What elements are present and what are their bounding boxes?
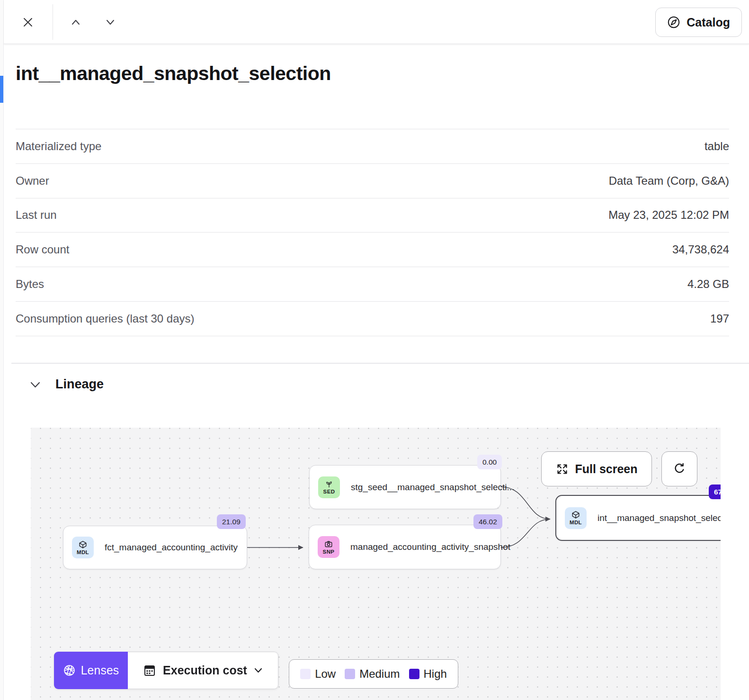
legend-swatch-low [300, 669, 311, 679]
cube-icon [571, 511, 580, 519]
nav-previous-button[interactable] [65, 12, 86, 33]
fullscreen-button-label: Full screen [575, 462, 638, 476]
node-label: stg_seed__managed_snapshot_selecti... [351, 482, 514, 493]
chevron-down-icon [254, 668, 262, 673]
fullscreen-button[interactable]: Full screen [541, 451, 652, 486]
metadata-row: Bytes 4.28 GB [16, 267, 729, 302]
metadata-row: Materialized type table [16, 129, 729, 164]
metadata-value: 197 [710, 312, 729, 325]
metadata-row: Owner Data Team (Corp, G&A) [16, 164, 729, 198]
compass-icon [667, 16, 680, 29]
cost-badge: 21.09 [217, 514, 246, 529]
cost-badge: 46.02 [473, 514, 502, 529]
cube-icon [79, 540, 87, 549]
metadata-row: Last run May 23, 2025 12:02 PM [16, 198, 729, 233]
metadata-value: table [704, 140, 729, 153]
cost-badge: 0.00 [477, 455, 502, 469]
node-label: int__managed_snapshot_selection [597, 513, 721, 523]
topbar: Catalog [4, 0, 749, 44]
node-type-badge: SNP [318, 536, 339, 558]
node-type-badge: MDL [72, 537, 94, 558]
legend-label: Medium [359, 667, 400, 681]
topbar-divider [53, 4, 53, 40]
metadata-label: Last run [16, 208, 57, 222]
metadata-value: May 23, 2025 12:02 PM [608, 208, 729, 222]
legend-item: High [409, 667, 447, 681]
metadata-label: Materialized type [16, 140, 101, 153]
metadata-row: Consumption queries (last 30 days) 197 [16, 302, 729, 336]
lens-selector-label: Execution cost [163, 664, 247, 677]
camera-icon [324, 540, 333, 548]
lineage-node-managed-accounting-activity-snapshot[interactable]: SNP managed_accounting_activity_snapshot [309, 525, 501, 569]
legend-item: Medium [345, 667, 400, 681]
cost-legend: Low Medium High [289, 659, 458, 689]
legend-swatch-medium [345, 669, 355, 679]
lineage-node-fct-managed-accounting-activity[interactable]: MDL fct_managed_accounting_activity [63, 526, 247, 569]
legend-label: High [424, 667, 447, 681]
metadata-label: Owner [16, 174, 49, 188]
refresh-icon [673, 462, 686, 476]
lenses-button[interactable]: Lenses [54, 652, 128, 689]
legend-label: Low [315, 667, 336, 681]
lineage-title: Lineage [55, 377, 104, 392]
node-type-badge: MDL [565, 507, 587, 529]
nav-next-button[interactable] [100, 12, 121, 33]
page-title: int__managed_snapshot_selection [16, 63, 331, 85]
selected-item-indicator [0, 76, 3, 103]
lenses-button-label: Lenses [81, 664, 119, 677]
node-type-label: SNP [323, 549, 335, 555]
lenses-control: Lenses Execution cost [54, 652, 278, 689]
lineage-section-toggle[interactable]: Lineage [30, 377, 104, 392]
legend-item: Low [300, 667, 336, 681]
background-gutter [0, 0, 4, 700]
node-label: managed_accounting_activity_snapshot [350, 542, 510, 552]
metadata-row: Row count 34,738,624 [16, 233, 729, 267]
close-button[interactable] [18, 12, 38, 33]
chevron-down-icon [106, 19, 115, 26]
node-type-badge: SED [318, 476, 340, 498]
lineage-canvas[interactable]: MDL fct_managed_accounting_activity 21.0… [31, 428, 721, 700]
catalog-button-label: Catalog [687, 16, 730, 29]
section-divider [11, 363, 749, 364]
sprout-icon [325, 480, 333, 488]
metadata-table: Materialized type table Owner Data Team … [16, 129, 729, 336]
aperture-icon [63, 664, 76, 677]
catalog-button[interactable]: Catalog [655, 8, 742, 37]
lens-selector[interactable]: Execution cost [128, 652, 278, 689]
node-type-label: MDL [77, 549, 89, 555]
lineage-node-stg-seed-managed-snapshot-selection[interactable]: SED stg_seed__managed_snapshot_selecti..… [309, 465, 501, 509]
node-label: fct_managed_accounting_activity [105, 542, 238, 553]
cost-badge: 67 [709, 485, 721, 499]
lineage-node-int-managed-snapshot-selection[interactable]: MDL int__managed_snapshot_selection [555, 495, 721, 541]
metadata-label: Row count [16, 243, 69, 256]
chevron-up-icon [71, 19, 80, 26]
metadata-label: Bytes [16, 278, 44, 291]
legend-swatch-high [409, 669, 419, 679]
close-icon [21, 15, 35, 29]
metadata-value: 4.28 GB [687, 278, 729, 291]
table-icon [143, 664, 156, 677]
node-type-label: MDL [570, 520, 582, 525]
chevron-down-icon [30, 381, 41, 388]
expand-icon [556, 463, 569, 476]
refresh-button[interactable] [661, 451, 697, 486]
metadata-value: Data Team (Corp, G&A) [609, 174, 729, 188]
detail-panel: Catalog int__managed_snapshot_selection … [0, 0, 749, 700]
node-type-label: SED [323, 489, 335, 494]
metadata-label: Consumption queries (last 30 days) [16, 312, 195, 325]
metadata-value: 34,738,624 [672, 243, 729, 256]
